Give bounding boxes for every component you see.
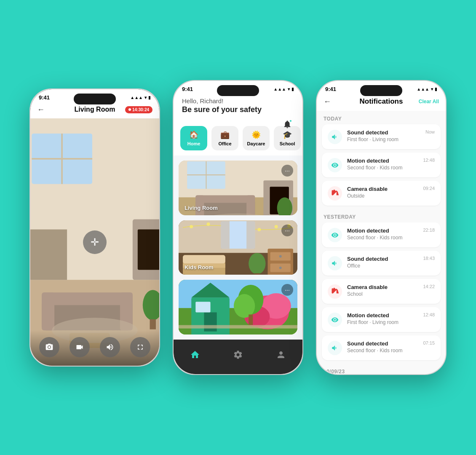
wifi-icon: ▾ (144, 95, 147, 100)
notif-event-1: Sound detected (347, 129, 420, 136)
nav-settings-button[interactable] (229, 345, 247, 364)
back-button[interactable]: ← (37, 105, 45, 114)
notif-time-3: 09:24 (423, 186, 435, 191)
kids-room-more-button[interactable]: ··· (281, 225, 293, 236)
phone-notifications: 9:41 ▲▲▲ ▾ ▮ ← Notifications Clear All T… (316, 80, 447, 375)
notif-content-4: Motion detected Second floor · Kids room (347, 228, 418, 241)
school-tab-label: School (280, 141, 295, 146)
camera-label-living-room: Living Room (185, 205, 218, 211)
bell-button[interactable] (281, 118, 294, 131)
notif-item-motion-lr[interactable]: Motion detected First floor · Living roo… (322, 307, 441, 332)
cam-disable-icon-1 (328, 186, 342, 201)
sound-svg-2 (331, 260, 339, 267)
notif-time-7: 12:48 (423, 312, 435, 317)
battery-icon: ▮ (148, 95, 151, 100)
svg-point-53 (249, 253, 265, 274)
video-button[interactable] (70, 337, 90, 357)
motion-icon-1 (328, 158, 342, 172)
notif-content-3: Camera disable Outside (347, 186, 418, 199)
notif-item-cam-disable-school[interactable]: Camera disable School 14:22 (322, 279, 441, 304)
notif-time-4: 22:18 (423, 228, 435, 233)
section-oct09: 10/09/23 (322, 364, 441, 374)
camera-card-garden[interactable]: ··· (179, 280, 297, 335)
camera-live-view[interactable]: ✛ (30, 118, 159, 366)
status-icons-3: ▲▲▲ ▾ ▮ (417, 87, 437, 91)
sound-icon-1843 (328, 256, 342, 270)
notif-item-sound-1843[interactable]: Sound detected Office 18:43 (322, 251, 441, 276)
daycare-tab-label: Daycare (247, 141, 265, 146)
status-icons-2: ▲▲▲ ▾ ▮ (273, 87, 294, 91)
notif-content-6: Camera disable School (347, 284, 418, 297)
home-nav-icon (190, 350, 200, 360)
notif-event-6: Camera disable (347, 284, 418, 290)
notif-content-7: Motion detected First floor · Living roo… (347, 312, 418, 325)
dynamic-island-3 (360, 85, 402, 96)
svg-rect-46 (183, 255, 225, 263)
svg-point-36 (206, 222, 210, 226)
svg-rect-67 (249, 315, 253, 325)
daycare-tab-icon: 🌞 (251, 130, 261, 139)
nav-home-button[interactable] (186, 345, 204, 364)
camera-header: ← Living Room 14:30:24 (30, 102, 159, 118)
notif-item-cam-disable-outside[interactable]: Camera disable Outside 09:24 (322, 181, 441, 206)
garden-svg (179, 280, 297, 335)
motion-icon-3 (328, 313, 342, 327)
svg-rect-8 (30, 230, 67, 280)
speaker-icon (106, 343, 114, 351)
notif-loc-4: Second floor · Kids room (347, 235, 418, 241)
nav-profile-button[interactable] (272, 345, 290, 364)
section-yesterday: Yesterday (322, 209, 441, 222)
motion-svg-2 (331, 231, 339, 239)
camera-card-kids-room[interactable]: ··· Kids Room (179, 220, 297, 275)
notif-content-5: Sound detected Office (347, 256, 418, 269)
notif-item-sound-now[interactable]: Sound detected First floor · Living room… (322, 124, 441, 149)
notif-event-5: Sound detected (347, 256, 418, 262)
sound-icon-0715 (328, 341, 342, 355)
audio-button[interactable] (100, 337, 120, 357)
status-time-1: 9:41 (39, 94, 50, 101)
garden-preview (179, 280, 297, 335)
notif-event-3: Camera disable (347, 186, 418, 192)
notif-loc-8: Second floor · Kids room (347, 348, 418, 353)
notif-loc-2: Second floor · Kids room (347, 165, 418, 171)
camera-card-living-room[interactable]: ··· Living Room (179, 161, 297, 215)
svg-rect-10 (42, 292, 133, 305)
fullscreen-button[interactable] (130, 337, 150, 357)
notif-item-motion-2218[interactable]: Motion detected Second floor · Kids room… (322, 222, 441, 247)
battery-icon-2: ▮ (291, 87, 294, 91)
tab-daycare[interactable]: 🌞 Daycare (243, 126, 270, 150)
notifications-back-button[interactable]: ← (324, 97, 331, 106)
bell-notification-dot (289, 119, 292, 123)
notif-item-sound-0715[interactable]: Sound detected Second floor · Kids room … (322, 335, 441, 360)
svg-rect-43 (221, 221, 230, 249)
tagline-text: Be sure of your safety (182, 105, 294, 114)
notif-event-7: Motion detected (347, 312, 418, 318)
pan-control[interactable]: ✛ (83, 230, 107, 254)
notif-item-motion-1248[interactable]: Motion detected Second floor · Kids room… (322, 153, 441, 177)
tab-office[interactable]: 💼 Office (211, 126, 238, 150)
clear-all-button[interactable]: Clear All (419, 99, 439, 104)
svg-point-39 (257, 228, 261, 231)
expand-icon (136, 343, 144, 351)
camera-title: Living Room (75, 106, 115, 113)
tab-home[interactable]: 🏠 Home (180, 126, 207, 150)
svg-point-52 (279, 266, 282, 269)
notif-time-6: 14:22 (423, 284, 435, 289)
sound-icon-today (328, 130, 342, 144)
cam-disable-icon-2 (328, 284, 342, 299)
settings-nav-icon (233, 350, 243, 360)
camera-label-kids-room: Kids Room (185, 264, 214, 270)
screenshot-button[interactable] (39, 337, 59, 357)
notif-loc-7: First floor · Living room (347, 319, 418, 325)
status-time-3: 9:41 (325, 86, 336, 92)
motion-svg-1 (331, 161, 339, 169)
recording-badge: 14:30:24 (125, 106, 152, 113)
status-time-2: 9:41 (182, 86, 193, 92)
svg-rect-54 (254, 273, 259, 275)
signal-icon: ▲▲▲ (130, 95, 143, 100)
svg-point-40 (275, 225, 278, 228)
svg-rect-60 (204, 313, 217, 332)
notif-loc-1: First floor · Living room (347, 136, 420, 142)
camera-more-button[interactable]: ··· (281, 165, 293, 177)
signal-icon-2: ▲▲▲ (273, 87, 286, 91)
